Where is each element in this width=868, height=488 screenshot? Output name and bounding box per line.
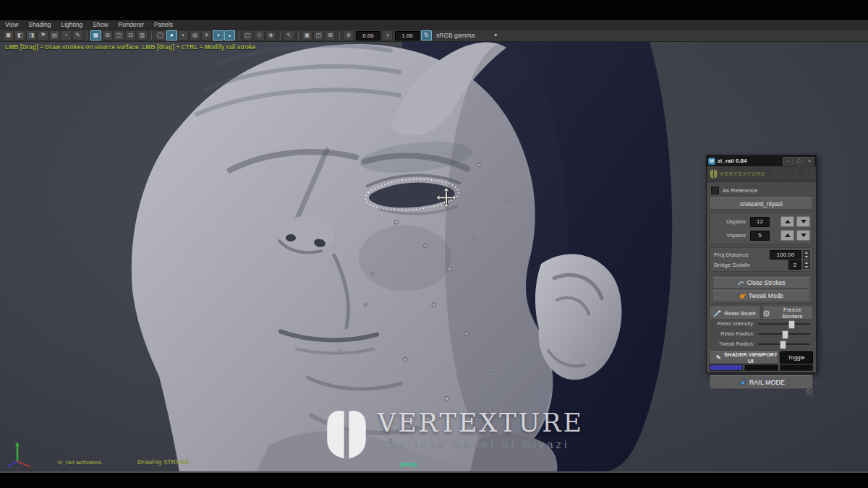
shader-color-swatch[interactable]	[710, 364, 743, 371]
toggle-button[interactable]: Toggle	[780, 351, 813, 364]
wireframe-icon[interactable]: ◯	[155, 30, 166, 40]
zi-rail-panel: M zi_rail 0.84 – □ × VERTEXTURE As	[706, 155, 817, 373]
help-line-text: LMB [Drag] = Draw strokes on source surf…	[5, 43, 255, 51]
maya-window: View Shading Lighting Show Renderer Pane…	[0, 20, 868, 473]
shader-color-swatch[interactable]	[744, 364, 778, 371]
proj-distance-spinner[interactable]	[803, 250, 810, 259]
grease-pencil-icon[interactable]: ✎	[72, 30, 83, 40]
toolbar-separator	[151, 31, 152, 40]
letterbox-top	[0, 0, 868, 20]
proj-distance-field[interactable]: 100.00	[770, 250, 801, 260]
joints-xray-icon[interactable]: ◈	[265, 30, 276, 40]
uspans-label: Uspans	[712, 218, 746, 225]
exposure-field[interactable]: 0.00	[356, 31, 380, 40]
uspans-increase-button[interactable]	[780, 216, 794, 227]
menu-show[interactable]: Show	[93, 21, 108, 28]
relax-brush-button[interactable]: Relax Brush	[710, 307, 760, 320]
dropdown-caret-icon[interactable]: ▾	[490, 31, 501, 40]
bookmark-icon[interactable]: ⚑	[38, 30, 48, 40]
restore-button[interactable]: □	[793, 157, 804, 166]
panel-title-bar[interactable]: M zi_rail 0.84 – □ ×	[707, 155, 816, 166]
selection-mask-icon[interactable]: ↖	[284, 30, 294, 40]
tweak-radius-handle[interactable]	[780, 341, 786, 349]
toolbar-separator	[339, 31, 340, 40]
isolate-select-icon[interactable]: ▢	[242, 30, 253, 40]
as-reference-checkbox[interactable]	[711, 187, 719, 194]
multi-pane-icon[interactable]: ◳	[313, 30, 324, 40]
projection-section: Proj.Distance 100.00 Bridge Subdiv 2	[710, 247, 813, 272]
two-pane-stacked-layout-icon[interactable]: ⊟	[125, 30, 136, 40]
vertexture-logo-small-icon	[710, 168, 718, 179]
source-object-button[interactable]: crescent_niyazi	[710, 197, 813, 210]
3d-viewport[interactable]: LMB [Drag] = Draw strokes on source surf…	[0, 42, 868, 471]
textured-icon[interactable]: ◍	[190, 30, 200, 40]
shader-color-swatch[interactable]	[780, 364, 813, 371]
freeze-borders-icon	[763, 310, 770, 317]
panel-title: zi_rail 0.84	[718, 158, 782, 164]
color-mode-dropdown[interactable]: sRGB gamma	[436, 32, 475, 39]
menu-renderer[interactable]: Renderer	[119, 21, 144, 28]
brand-badge-icon[interactable]	[806, 170, 813, 178]
close-strokes-label: Close Strokes	[747, 279, 786, 286]
xray-icon[interactable]: ◇	[254, 30, 265, 40]
image-plane-icon[interactable]: ▤	[49, 30, 60, 40]
menu-view[interactable]: View	[5, 21, 18, 28]
panel-resize-grip[interactable]	[807, 389, 813, 395]
tweak-mode-button[interactable]: Tweak Mode	[712, 290, 810, 301]
spans-section: Uspans 12 Vspans 5	[710, 213, 813, 244]
relax-radius-slider[interactable]	[758, 333, 810, 335]
disable-viewport-icon[interactable]: ⊠	[325, 30, 336, 40]
relax-radius-handle[interactable]	[782, 330, 788, 339]
rail-mode-label: RAIL MODE	[749, 379, 785, 386]
flat-shade-icon[interactable]: ◐	[178, 30, 189, 40]
brand-bar: VERTEXTURE	[707, 166, 816, 182]
uspans-decrease-button[interactable]	[796, 216, 810, 227]
tweak-mode-label: Tweak Mode	[749, 292, 783, 299]
brand-badge-icon[interactable]	[775, 170, 782, 178]
bridge-subdiv-field[interactable]: 2	[788, 260, 801, 270]
outliner-layout-icon[interactable]: ▥	[137, 30, 148, 40]
relax-intensity-slider[interactable]	[758, 323, 810, 325]
panel-menu-bar: View Shading Lighting Show Renderer Pane…	[0, 20, 868, 29]
toolbar-separator	[87, 31, 88, 40]
menu-shading[interactable]: Shading	[28, 21, 51, 28]
relax-brush-icon	[714, 310, 721, 317]
close-strokes-button[interactable]: Close Strokes	[712, 277, 810, 288]
toolbar-separator	[280, 31, 281, 40]
brand-name: VERTEXTURE	[720, 171, 766, 177]
select-camera-icon[interactable]: ◼	[3, 30, 14, 40]
close-button[interactable]: ×	[804, 157, 814, 166]
rail-mode-button[interactable]: RAIL MODE	[710, 375, 813, 389]
relax-intensity-handle[interactable]	[788, 320, 795, 329]
shader-viewport-ui-button[interactable]: ✎ SHADER VIEWPORT UI	[710, 351, 778, 364]
vspans-field[interactable]: 5	[750, 231, 770, 241]
menu-panels[interactable]: Panels	[154, 21, 173, 28]
vspans-increase-button[interactable]	[780, 230, 794, 241]
ambient-occlusion-icon[interactable]: ◒	[224, 30, 235, 40]
bridge-subdiv-spinner[interactable]	[803, 260, 810, 269]
tweak-radius-slider[interactable]	[758, 343, 810, 345]
minimize-button[interactable]: –	[783, 157, 793, 166]
contrast-icon[interactable]: ◑	[382, 30, 393, 40]
pan-zoom-icon[interactable]: +	[61, 30, 72, 40]
snapshot-icon[interactable]: ▣	[302, 30, 312, 40]
single-pane-layout-icon[interactable]: ▦	[90, 30, 101, 40]
brand-badge-icon[interactable]	[791, 170, 798, 178]
menu-lighting[interactable]: Lighting	[61, 21, 82, 28]
freeze-borders-button[interactable]: Freeze Borders	[762, 307, 813, 320]
four-pane-layout-icon[interactable]: ⊞	[102, 30, 113, 40]
gamma-switch-icon[interactable]: ↻	[421, 30, 432, 40]
camera-attributes-icon[interactable]: ◨	[26, 30, 37, 40]
smooth-shade-icon[interactable]: ●	[166, 30, 177, 40]
uspans-field[interactable]: 12	[750, 217, 770, 227]
vspans-decrease-button[interactable]	[796, 230, 810, 241]
vertexture-logo-icon	[324, 408, 369, 460]
shader-swatch-row	[710, 364, 813, 371]
lights-icon[interactable]: ☀	[201, 30, 212, 40]
gamma-field[interactable]: 1.00	[395, 31, 420, 40]
shadows-icon[interactable]: ◑	[213, 30, 224, 40]
exposure-icon[interactable]: ⊕	[343, 30, 354, 40]
two-pane-side-layout-icon[interactable]: ◫	[114, 30, 124, 40]
lock-camera-icon[interactable]: ◧	[14, 30, 25, 40]
maya-app-icon: M	[708, 158, 715, 165]
